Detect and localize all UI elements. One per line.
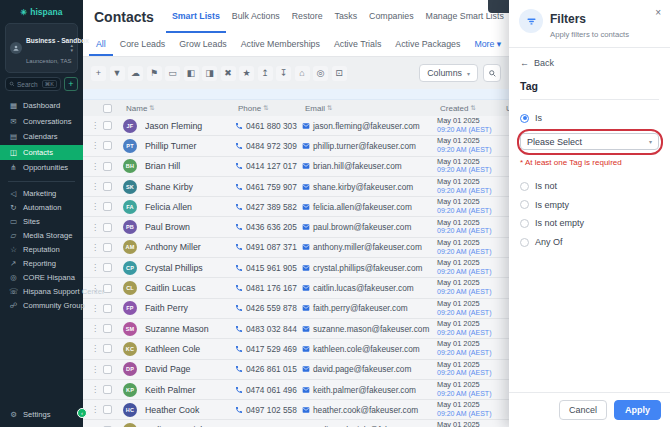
subtab-all[interactable]: All (89, 35, 113, 56)
contact-name[interactable]: Jason Fleming (145, 121, 235, 131)
add-tag-icon[interactable]: ◧ (184, 66, 199, 81)
contact-phone[interactable]: 0415 961 905 (246, 263, 297, 273)
sidebar-item-contacts[interactable]: ◫ Contacts (0, 145, 83, 161)
sidebar-item-reporting[interactable]: ↗ Reporting (0, 257, 83, 271)
row-checkbox[interactable] (103, 223, 112, 232)
subtab-active-trials[interactable]: Active Trials (327, 35, 388, 56)
contact-phone[interactable]: 0426 861 015 (246, 364, 297, 374)
sidebar-item-calendars[interactable]: ▤ Calendars (0, 129, 83, 145)
contact-phone[interactable]: 0483 032 844 (246, 324, 297, 334)
drag-handle-icon[interactable]: ⋮ (91, 405, 103, 414)
row-checkbox[interactable] (103, 243, 112, 252)
sidebar-search-input[interactable]: Search ⌘K (5, 77, 61, 91)
radio-unselected-icon[interactable] (520, 219, 529, 228)
sidebar-item-conversations[interactable]: ✉ Conversations (0, 114, 83, 130)
apply-button[interactable]: Apply (614, 400, 661, 420)
subtab-active-packages[interactable]: Active Packages (388, 35, 467, 56)
radio-unselected-icon[interactable] (520, 200, 529, 209)
drag-handle-icon[interactable]: ⋮ (91, 365, 103, 374)
sort-icon[interactable]: ⇅ (149, 104, 154, 112)
copy-icon[interactable]: ⊡ (332, 66, 347, 81)
drag-handle-icon[interactable]: ⋮ (91, 223, 103, 232)
contact-email[interactable]: jason.fleming@fakeuser.com (313, 121, 420, 131)
company-icon[interactable]: ⌂ (295, 66, 310, 81)
contact-name[interactable]: Kathleen Cole (145, 344, 235, 354)
subtab-active-memberships[interactable]: Active Memberships (234, 35, 327, 56)
contact-email[interactable]: felicia.allen@fakeuser.com (313, 202, 412, 212)
sidebar-item-reputation[interactable]: ☆ Reputation (0, 243, 83, 257)
row-checkbox[interactable] (103, 202, 112, 211)
tab-restore[interactable]: Restore (286, 0, 329, 33)
filter-option-is[interactable]: Is (520, 113, 659, 123)
close-icon[interactable]: × (655, 7, 661, 18)
row-checkbox[interactable] (103, 405, 112, 414)
contact-phone[interactable]: 0491 087 371 (246, 242, 297, 252)
table-search-button[interactable] (483, 64, 501, 82)
back-button[interactable]: ← Back (520, 58, 659, 68)
contact-phone[interactable]: 0481 176 167 (246, 283, 297, 293)
radio-selected-icon[interactable] (520, 114, 529, 123)
sidebar-item-marketing[interactable]: ◁ Marketing (0, 187, 83, 201)
sidebar-item-automation[interactable]: ↻ Automation (0, 201, 83, 215)
delete-icon[interactable]: ✖ (221, 66, 236, 81)
contact-email[interactable]: paul.brown@fakeuser.com (313, 222, 411, 232)
contact-email[interactable]: kathleen.cole@fakeuser.com (313, 344, 420, 354)
contact-phone[interactable]: 0417 529 469 (246, 344, 297, 354)
contact-email[interactable]: faith.perry@fakeuser.com (313, 303, 408, 313)
contact-email[interactable]: shane.kirby@fakeuser.com (313, 182, 413, 192)
filter-option[interactable]: Is empty (520, 196, 659, 215)
contact-email[interactable]: crystal.phillips@fakeuser.com (313, 263, 422, 273)
sort-icon[interactable]: ⇅ (263, 104, 268, 112)
import-icon[interactable]: ↥ (258, 66, 273, 81)
automation-icon[interactable]: ☁ (128, 66, 143, 81)
merge-icon[interactable]: ◎ (313, 66, 328, 81)
contact-name[interactable]: Paul Brown (145, 222, 235, 232)
row-checkbox[interactable] (103, 121, 112, 130)
contact-email[interactable]: phillip.turner@fakeuser.com (313, 141, 416, 151)
contact-name[interactable]: Shane Kirby (145, 182, 235, 192)
contact-email[interactable]: david.page@fakeuser.com (313, 364, 411, 374)
contact-email[interactable]: keith.palmer@fakeuser.com (313, 385, 416, 395)
row-checkbox[interactable] (103, 263, 112, 272)
filter-option[interactable]: Is not empty (520, 214, 659, 233)
sidebar-item-support-center[interactable]: ☏ Hispana Support Center (0, 285, 83, 299)
contact-phone[interactable]: 0484 972 309 (246, 141, 297, 151)
drag-handle-icon[interactable]: ⋮ (91, 243, 103, 252)
subtab-core-leads[interactable]: Core Leads (113, 35, 172, 56)
drag-handle-icon[interactable]: ⋮ (91, 344, 103, 353)
select-all-checkbox[interactable] (103, 104, 112, 113)
contact-phone[interactable]: 0497 102 558 (246, 405, 297, 415)
column-header-phone[interactable]: Phone (238, 104, 261, 113)
contact-phone[interactable]: 0427 389 582 (246, 202, 297, 212)
row-checkbox[interactable] (103, 344, 112, 353)
contact-name[interactable]: Anthony Miller (145, 242, 235, 252)
drag-handle-icon[interactable]: ⋮ (91, 121, 103, 130)
row-checkbox[interactable] (103, 141, 112, 150)
contact-name[interactable]: Faith Perry (145, 303, 235, 313)
radio-unselected-icon[interactable] (520, 238, 529, 247)
column-header-name[interactable]: Name (126, 104, 147, 113)
contact-phone[interactable]: 0436 636 205 (246, 222, 297, 232)
contact-phone[interactable]: 0461 880 303 (246, 121, 297, 131)
contact-name[interactable]: Phillip Turner (145, 141, 235, 151)
contact-email[interactable]: brian.hill@fakeuser.com (313, 161, 402, 171)
export-icon[interactable]: ↧ (276, 66, 291, 81)
contact-phone[interactable]: 0426 559 878 (246, 303, 297, 313)
account-switcher[interactable]: Business - Sandbox Launceston, TAS ▴▾ (5, 23, 78, 73)
drag-handle-icon[interactable]: ⋮ (91, 202, 103, 211)
subtab-more[interactable]: More ▾ (467, 35, 508, 56)
drag-handle-icon[interactable]: ⋮ (91, 263, 103, 272)
column-header-created[interactable]: Created (440, 104, 468, 113)
contact-name[interactable]: Felicia Allen (145, 202, 235, 212)
filter-icon[interactable]: ▼ (110, 66, 125, 81)
contact-email[interactable]: suzanne.mason@fakeuser.com (313, 324, 429, 334)
contact-name[interactable]: Keith Palmer (145, 385, 235, 395)
sidebar-collapse-button[interactable]: ‹ (77, 408, 87, 418)
column-header-email[interactable]: Email (305, 104, 325, 113)
drag-handle-icon[interactable]: ⋮ (91, 385, 103, 394)
contact-name[interactable]: Brian Hill (145, 161, 235, 171)
tab-tasks[interactable]: Tasks (329, 0, 364, 33)
filter-option[interactable]: Is not (520, 177, 659, 196)
drag-handle-icon[interactable]: ⋮ (91, 162, 103, 171)
contact-name[interactable]: David Page (145, 364, 235, 374)
